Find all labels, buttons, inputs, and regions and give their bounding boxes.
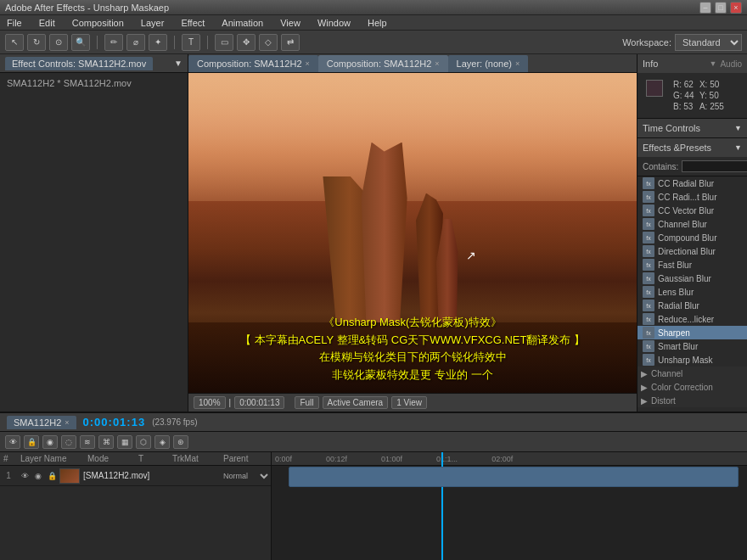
quality-display[interactable]: Full (295, 396, 318, 409)
effect-item-compound-blur[interactable]: fxCompound Blur (637, 231, 747, 244)
tool-rotation[interactable]: ↻ (27, 34, 46, 51)
tool-shape[interactable]: ▭ (215, 34, 233, 51)
timeline-tab[interactable]: SMA112H2 × (7, 416, 76, 429)
close-button[interactable]: × (730, 2, 742, 14)
tool-extra[interactable]: ⇄ (281, 34, 300, 51)
effect-icon: fx (643, 286, 654, 298)
tool-select[interactable]: ↖ (5, 34, 24, 51)
tl-btn-solo[interactable]: ◉ (42, 435, 58, 449)
info-menu[interactable]: ▼ (710, 59, 717, 68)
menu-animation[interactable]: Animation (218, 18, 267, 28)
comp-tabs: Composition: SMA112H2 × Composition: SMA… (188, 54, 637, 73)
layer-1-timeline-bar[interactable] (289, 467, 739, 487)
comp-tab-2[interactable]: Composition: SMA112H2 × (318, 55, 448, 72)
effect-item-unsharp-mask[interactable]: fxUnsharp Mask (637, 353, 747, 367)
tl-btn-lock[interactable]: 🔒 (24, 435, 39, 449)
comp-tab-1[interactable]: Composition: SMA112H2 × (188, 55, 318, 72)
effects-search-input[interactable] (682, 160, 747, 172)
menu-composition[interactable]: Composition (69, 18, 127, 28)
tl-btn-cache[interactable]: ⬡ (136, 435, 151, 449)
timeline-tab-label: SMA112H2 (14, 417, 61, 428)
effects-presets-header: Effects &Presets ▼ (637, 138, 747, 157)
view-display[interactable]: Active Camera (323, 396, 389, 409)
tl-btn-shy[interactable]: ◌ (61, 435, 76, 449)
effect-item-label: Radial Blur (658, 301, 699, 311)
layer-1-solo[interactable]: ◉ (32, 470, 44, 482)
menu-help[interactable]: Help (364, 18, 390, 28)
menu-view[interactable]: View (277, 18, 304, 28)
tool-zoom[interactable]: 🔍 (71, 34, 90, 51)
menu-bar: File Edit Composition Layer Effect Anima… (0, 15, 747, 31)
layer-1-eye[interactable]: 👁 (19, 470, 31, 482)
layer-1-mode-select[interactable]: Normal Add Multiply (220, 471, 271, 481)
layer-1-lock[interactable]: 🔒 (46, 470, 58, 482)
effect-icon: fx (643, 232, 654, 244)
minimize-button[interactable]: – (699, 2, 711, 14)
zoom-display[interactable]: 100% (194, 396, 226, 409)
tl-btn-extra1[interactable]: ◈ (154, 435, 170, 449)
info-b: B: 53 (673, 102, 698, 111)
menu-layer[interactable]: Layer (138, 18, 168, 28)
effect-category-channel[interactable]: ▶Channel (637, 367, 747, 380)
effect-item-gaussian-blur[interactable]: fxGaussian Blur (637, 272, 747, 285)
effect-item-cc-radi...t-blur[interactable]: fxCC Radi...t Blur (637, 190, 747, 204)
effect-icon: fx (643, 259, 654, 271)
effect-item-label: CC Vector Blur (658, 206, 714, 216)
effect-icon: fx (643, 327, 654, 339)
timecode-display[interactable]: 0:00:01:13 (234, 396, 284, 409)
tool-brush[interactable]: ⌀ (126, 34, 145, 51)
effect-item-channel-blur[interactable]: fxChannel Blur (637, 217, 747, 231)
effect-item-lens-blur[interactable]: fxLens Blur (637, 285, 747, 299)
menu-edit[interactable]: Edit (36, 18, 59, 28)
tl-btn-eye[interactable]: 👁 (5, 435, 20, 449)
workspace-select[interactable]: Standard All Panels Minimal (675, 34, 742, 51)
tool-text[interactable]: T (182, 34, 200, 51)
menu-effect[interactable]: Effect (177, 18, 208, 28)
effect-item-label: Unsharp Mask (658, 356, 712, 365)
info-y: Y: 50 (699, 91, 724, 100)
tl-btn-frame[interactable]: ▦ (117, 435, 132, 449)
timeline-header: SMA112H2 × 0:00:01:13 (23.976 fps) (0, 413, 747, 432)
menu-window[interactable]: Window (314, 18, 354, 28)
effect-category-color-correction[interactable]: ▶Color Correction (637, 380, 747, 394)
effect-category-distort[interactable]: ▶Distort (637, 394, 747, 407)
comp-tab-layer-close[interactable]: × (515, 59, 520, 68)
comp-tab-1-close[interactable]: × (306, 59, 310, 68)
comp-tab-2-close[interactable]: × (435, 59, 439, 68)
effect-item-sharpen[interactable]: fxSharpen (637, 326, 747, 339)
comp-tab-layer[interactable]: Layer: (none) × (448, 55, 529, 72)
effect-item-smart-blur[interactable]: fxSmart Blur (637, 339, 747, 353)
tl-btn-motion[interactable]: ≋ (80, 435, 95, 449)
time-controls-section: Time Controls ▼ (637, 119, 747, 138)
tool-camera[interactable]: ⊙ (49, 34, 68, 51)
timeline-timecode[interactable]: 0:00:01:13 (83, 416, 146, 428)
effects-presets-menu[interactable]: ▼ (734, 143, 742, 152)
timeline-tab-close[interactable]: × (65, 418, 69, 427)
title-bar: Adobe After Effects - Unsharp Maskaep – … (0, 0, 747, 15)
views-count-display[interactable]: 1 View (391, 396, 427, 409)
effect-item-label: Reduce...licker (658, 315, 714, 324)
info-section: Info ▼ Audio R: 62 X: 50 G: 44 Y: 50 B: … (637, 54, 747, 119)
effect-item-radial-blur[interactable]: fxRadial Blur (637, 299, 747, 312)
tl-btn-extra2[interactable]: ⊛ (173, 435, 188, 449)
effect-item-reduce...licker[interactable]: fxReduce...licker (637, 312, 747, 326)
effect-item-cc-radial-blur[interactable]: fxCC Radial Blur (637, 176, 747, 190)
col-parent: TrkMat (169, 454, 220, 463)
tool-clone[interactable]: ✦ (149, 34, 167, 51)
effect-icon: fx (643, 340, 654, 352)
effect-controls-tab[interactable]: Effect Controls: SMA112H2.mov (5, 57, 153, 70)
effect-item-fast-blur[interactable]: fxFast Blur (637, 258, 747, 272)
effect-item-directional-blur[interactable]: fxDirectional Blur (637, 244, 747, 258)
tl-btn-draft[interactable]: ⌘ (98, 435, 114, 449)
tool-nav[interactable]: ✥ (237, 34, 256, 51)
tool-pin[interactable]: ◇ (259, 34, 278, 51)
time-controls-menu[interactable]: ▼ (734, 124, 742, 132)
maximize-button[interactable]: □ (715, 2, 727, 14)
toolbar-separator-3 (207, 36, 208, 49)
panel-menu-btn[interactable]: ▼ (174, 59, 183, 68)
tool-pen[interactable]: ✏ (104, 34, 123, 51)
effect-item-label: Channel Blur (658, 220, 707, 229)
effect-item-cc-vector-blur[interactable]: fxCC Vector Blur (637, 204, 747, 217)
menu-file[interactable]: File (3, 18, 25, 28)
info-g: G: 44 (673, 91, 698, 100)
